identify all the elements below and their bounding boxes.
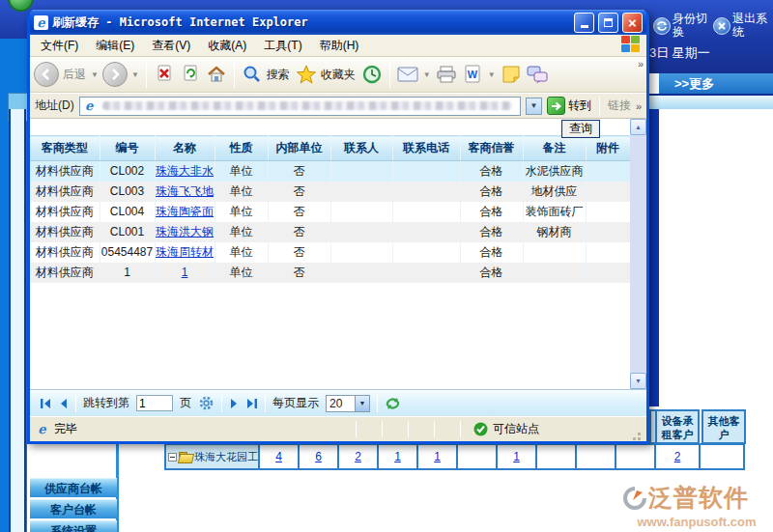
- gear-icon[interactable]: [198, 395, 215, 411]
- back-button[interactable]: [34, 62, 59, 87]
- cell: 05454487: [100, 242, 155, 263]
- cell: [699, 445, 743, 468]
- supplier-link[interactable]: 珠海飞飞地: [156, 184, 214, 198]
- first-page-button[interactable]: [40, 398, 52, 409]
- more-link[interactable]: >>更多: [659, 73, 773, 94]
- cell: 材料供应商: [30, 202, 100, 222]
- last-page-button[interactable]: [245, 398, 258, 409]
- mail-button[interactable]: [396, 62, 419, 87]
- count-link[interactable]: 1: [513, 450, 520, 463]
- notes-button[interactable]: [500, 62, 523, 87]
- address-dropdown-icon[interactable]: ▼: [526, 98, 542, 115]
- count-link[interactable]: 6: [315, 450, 322, 463]
- project-tree-cell[interactable]: 珠海大花园工程: [166, 445, 258, 468]
- maximize-button[interactable]: [598, 13, 618, 33]
- count-link[interactable]: 2: [674, 450, 681, 463]
- links-chevron[interactable]: »: [636, 100, 642, 112]
- vertical-scrollbar[interactable]: ▲ ▼: [630, 119, 646, 389]
- address-input[interactable]: e: [79, 97, 521, 116]
- menu-edit[interactable]: 编辑(E): [87, 35, 143, 57]
- menu-view[interactable]: 查看(V): [143, 35, 199, 57]
- col-header[interactable]: 性质: [215, 136, 268, 161]
- identity-switch-button[interactable]: 身份切换: [673, 12, 713, 39]
- table-row: 材料供应商 CL003 珠海飞飞地 单位 否 合格 地材供应: [30, 182, 630, 202]
- close-button[interactable]: ×: [622, 13, 643, 33]
- exit-system-button[interactable]: 退出系统: [732, 12, 773, 39]
- query-button[interactable]: 查询: [561, 120, 600, 138]
- col-header[interactable]: 内部单位: [268, 136, 330, 161]
- count-link[interactable]: 1: [434, 450, 441, 463]
- cell: [586, 161, 630, 182]
- page-number-input[interactable]: [136, 395, 173, 411]
- edit-button[interactable]: W: [461, 62, 484, 87]
- favorites-button[interactable]: [295, 62, 318, 87]
- cell: 1: [496, 445, 535, 468]
- col-header[interactable]: 联系电话: [392, 136, 460, 161]
- back-dropdown-icon[interactable]: ▼: [91, 70, 99, 79]
- next-page-button[interactable]: [229, 398, 239, 409]
- menu-tools[interactable]: 工具(T): [255, 35, 310, 57]
- edit-dropdown-icon[interactable]: ▼: [488, 70, 496, 79]
- col-header[interactable]: 附件: [586, 136, 630, 161]
- go-button[interactable]: 转到: [547, 97, 591, 115]
- col-header[interactable]: 客商类型: [30, 136, 100, 161]
- cell: 否: [268, 182, 330, 202]
- stop-button[interactable]: [153, 62, 176, 87]
- cell: [392, 242, 460, 263]
- window-title: 刷新缓存 - Microsoft Internet Explorer: [52, 14, 570, 31]
- prev-page-button[interactable]: [59, 398, 69, 409]
- exit-system-icon[interactable]: [713, 17, 730, 35]
- col-header[interactable]: 客商信誉: [460, 136, 523, 161]
- supplier-link[interactable]: 珠海周转材: [156, 245, 214, 259]
- title-bar[interactable]: e 刷新缓存 - Microsoft Internet Explorer ×: [30, 10, 646, 35]
- table-row: 材料供应商 05454487 珠海周转材 单位 否 合格: [30, 242, 630, 263]
- sidebar-item-system-settings[interactable]: 系统设置: [30, 520, 117, 532]
- cell: 否: [268, 222, 330, 242]
- discuss-button[interactable]: [526, 62, 549, 87]
- forward-button[interactable]: [102, 62, 128, 87]
- forward-dropdown-icon[interactable]: ▼: [131, 70, 139, 79]
- reload-list-button[interactable]: [385, 396, 401, 411]
- cell: CL003: [100, 182, 155, 202]
- col-header[interactable]: 备注: [523, 136, 586, 161]
- minimize-button[interactable]: [574, 13, 594, 33]
- supplier-link[interactable]: 1: [182, 266, 188, 279]
- count-link[interactable]: 1: [394, 450, 401, 463]
- supplier-link[interactable]: 珠海大非水: [156, 164, 214, 178]
- favorites-label: 收藏夹: [321, 67, 356, 83]
- cell: 6: [298, 445, 337, 468]
- count-link[interactable]: 4: [275, 450, 282, 463]
- print-button[interactable]: [435, 62, 458, 87]
- identity-switch-icon[interactable]: [653, 17, 671, 35]
- supplier-link[interactable]: 珠海陶瓷面: [156, 205, 214, 218]
- count-link[interactable]: 2: [355, 450, 361, 463]
- links-label[interactable]: 链接: [608, 98, 631, 114]
- collapse-expander-icon[interactable]: [168, 453, 177, 462]
- cell: 1: [155, 263, 215, 283]
- jump-suffix-label: 页: [180, 395, 191, 411]
- sidebar-item-customer-ledger[interactable]: 客户台帐: [30, 499, 117, 518]
- mail-dropdown-icon[interactable]: ▼: [423, 70, 431, 79]
- history-icon: [362, 65, 382, 84]
- ie-window: e 刷新缓存 - Microsoft Internet Explorer × 文…: [27, 10, 649, 444]
- col-header[interactable]: 编号: [100, 136, 155, 161]
- home-button[interactable]: [205, 62, 228, 87]
- per-page-select[interactable]: 20 ▼: [326, 395, 370, 412]
- toolbar-overflow-chevron[interactable]: »: [638, 58, 644, 70]
- sidebar-item-supplier-ledger[interactable]: 供应商台帐: [30, 478, 117, 497]
- history-button[interactable]: [360, 62, 384, 87]
- scroll-up-icon[interactable]: ▲: [630, 119, 646, 135]
- scroll-down-icon[interactable]: ▼: [630, 373, 646, 389]
- search-button[interactable]: [241, 62, 264, 87]
- col-header[interactable]: 名称: [155, 136, 215, 161]
- refresh-button[interactable]: [179, 62, 202, 87]
- table-row: 材料供应商 CL004 珠海陶瓷面 单位 否 合格 装饰面砖厂: [30, 202, 630, 222]
- menu-file[interactable]: 文件(F): [32, 35, 87, 57]
- menu-favorites[interactable]: 收藏(A): [199, 35, 255, 57]
- ie-status-icon: e: [35, 422, 49, 436]
- go-arrow-icon: [551, 101, 561, 111]
- menu-help[interactable]: 帮助(H): [311, 35, 368, 57]
- resize-grip[interactable]: [628, 428, 642, 441]
- col-header[interactable]: 联系人: [330, 136, 392, 161]
- supplier-link[interactable]: 珠海洪大钢: [156, 225, 214, 238]
